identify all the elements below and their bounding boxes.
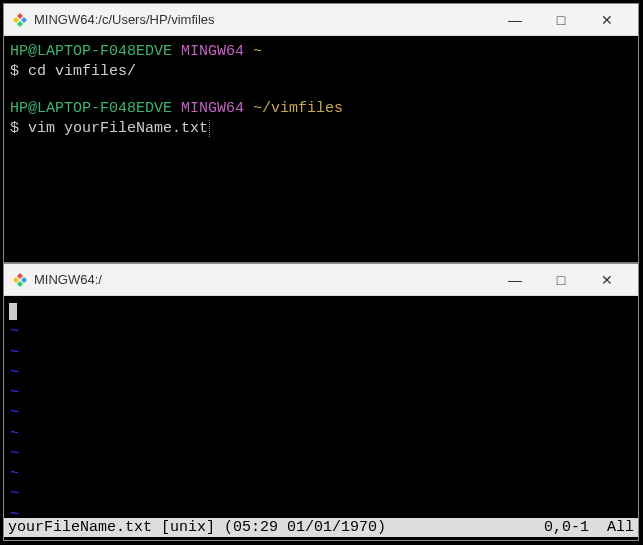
status-time: (05:29 01/01/1970) <box>224 519 386 536</box>
cwd-path: ~/vimfiles <box>253 100 343 117</box>
user-host: HP@LAPTOP-F048EDVE <box>10 100 172 117</box>
prompt-symbol: $ <box>10 120 28 137</box>
window-title: MINGW64:/c/Users/HP/vimfiles <box>34 12 492 27</box>
window-controls: — □ ✕ <box>492 4 630 36</box>
command-text: vim yourFileName.txt <box>28 120 210 137</box>
vim-tilde-line: ~ <box>10 403 632 423</box>
window-title: MINGW64:/ <box>34 272 492 287</box>
prompt-line: HP@LAPTOP-F048EDVE MINGW64 ~ <box>10 42 632 62</box>
svg-marker-0 <box>17 13 23 19</box>
svg-marker-1 <box>21 17 27 23</box>
status-left: yourFileName.txt [unix] (05:29 01/01/197… <box>8 519 544 536</box>
env-label: MINGW64 <box>181 43 244 60</box>
env-label: MINGW64 <box>181 100 244 117</box>
prompt-symbol: $ <box>10 63 28 80</box>
command-line: $ vim yourFileName.txt <box>10 119 632 139</box>
status-filename: yourFileName.txt <box>8 519 152 536</box>
vim-tilde-line: ~ <box>10 383 632 403</box>
svg-marker-4 <box>17 273 23 279</box>
maximize-button[interactable]: □ <box>538 264 584 296</box>
vim-tilde-line: ~ <box>10 424 632 444</box>
terminal-window-bash: MINGW64:/c/Users/HP/vimfiles — □ ✕ HP@LA… <box>3 3 639 263</box>
vim-statusbar: yourFileName.txt [unix] (05:29 01/01/197… <box>4 518 638 537</box>
vim-tilde-line: ~ <box>10 464 632 484</box>
status-cursor-pos: 0,0-1 <box>544 519 589 536</box>
status-scroll: All <box>607 519 634 536</box>
close-button[interactable]: ✕ <box>584 264 630 296</box>
vim-tilde-line: ~ <box>10 484 632 504</box>
status-format: [unix] <box>161 519 215 536</box>
prompt-line: HP@LAPTOP-F048EDVE MINGW64 ~/vimfiles <box>10 99 632 119</box>
cursor-icon <box>9 303 17 320</box>
vim-tilde-line: ~ <box>10 444 632 464</box>
svg-marker-5 <box>21 277 27 283</box>
terminal-content[interactable]: HP@LAPTOP-F048EDVE MINGW64 ~ $ cd vimfil… <box>4 36 638 262</box>
status-right: 0,0-1 All <box>544 519 634 536</box>
command-line: $ cd vimfiles/ <box>10 62 632 82</box>
app-icon <box>12 272 28 288</box>
titlebar[interactable]: MINGW64:/ — □ ✕ <box>4 264 638 296</box>
close-button[interactable]: ✕ <box>584 4 630 36</box>
svg-marker-7 <box>13 277 19 283</box>
command-text: cd vimfiles/ <box>28 63 136 80</box>
minimize-button[interactable]: — <box>492 264 538 296</box>
blank-line <box>10 83 632 99</box>
vim-tilde-line: ~ <box>10 322 632 342</box>
vim-tilde-line: ~ <box>10 363 632 383</box>
cwd-path: ~ <box>253 43 262 60</box>
svg-marker-6 <box>17 281 23 287</box>
titlebar[interactable]: MINGW64:/c/Users/HP/vimfiles — □ ✕ <box>4 4 638 36</box>
window-controls: — □ ✕ <box>492 264 630 296</box>
svg-marker-3 <box>13 17 19 23</box>
user-host: HP@LAPTOP-F048EDVE <box>10 43 172 60</box>
svg-marker-2 <box>17 21 23 27</box>
terminal-window-vim: MINGW64:/ — □ ✕ ~ ~ ~ ~ ~ ~ ~ ~ ~ ~ your… <box>3 263 639 541</box>
vim-tilde-line: ~ <box>10 343 632 363</box>
maximize-button[interactable]: □ <box>538 4 584 36</box>
app-icon <box>12 12 28 28</box>
minimize-button[interactable]: — <box>492 4 538 36</box>
vim-buffer[interactable]: ~ ~ ~ ~ ~ ~ ~ ~ ~ ~ <box>4 296 638 518</box>
cursor-line <box>10 302 632 322</box>
